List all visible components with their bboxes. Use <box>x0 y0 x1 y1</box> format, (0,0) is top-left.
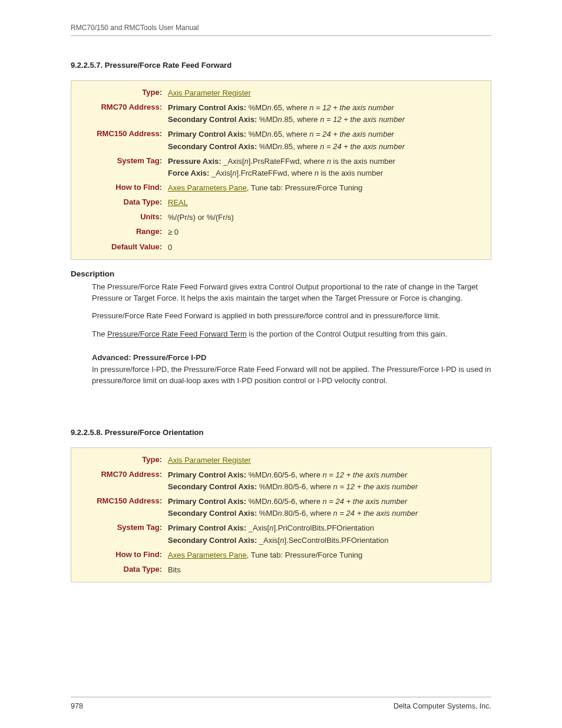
row-value: %/(Pr/s) or %/(Fr/s) <box>168 210 484 223</box>
description-heading: Description <box>71 269 491 278</box>
description-paragraph: In pressure/force I-PD, the Pressure/For… <box>92 364 491 387</box>
description-paragraph: Pressure/Force Rate Feed Forward is appl… <box>92 311 491 322</box>
description-paragraph: The Pressure/Force Rate Feed Forward Ter… <box>92 329 491 340</box>
row-label: System Tag: <box>71 154 168 166</box>
row-value: Primary Control Axis: %MDn.65, where n =… <box>168 127 484 152</box>
row-value: 0 <box>168 240 484 253</box>
parameter-table-1: Type: Axis Parameter Register RMC70 Addr… <box>71 80 491 260</box>
how-to-link[interactable]: Axes Parameters Pane <box>168 551 247 559</box>
term-link[interactable]: Pressure/Force Rate Feed Forward Term <box>107 330 247 338</box>
description-paragraph: The Pressure/Force Rate Feed Forward giv… <box>92 282 491 304</box>
type-link[interactable]: Axis Parameter Register <box>168 456 251 465</box>
row-label: How to Find: <box>71 180 168 193</box>
row-label: Default Value: <box>71 240 168 252</box>
row-label: Type: <box>71 85 168 98</box>
footer: 978 Delta Computer Systems, Inc. <box>71 697 491 710</box>
row-value: Axes Parameters Pane, Tune tab: Pressure… <box>168 548 484 561</box>
row-label: How to Find: <box>71 548 168 560</box>
section-heading-1: 9.2.2.5.7. Pressure/Force Rate Feed Forw… <box>71 61 491 70</box>
row-value: ≥ 0 <box>168 225 484 238</box>
page-number: 978 <box>71 702 83 710</box>
row-label: Range: <box>71 225 168 237</box>
row-label: RMC150 Address: <box>71 494 168 506</box>
row-value: Axes Parameters Pane, Tune tab: Pressure… <box>168 180 484 194</box>
datatype-link[interactable]: REAL <box>168 198 188 207</box>
parameter-table-2: Type: Axis Parameter Register RMC70 Addr… <box>71 447 491 582</box>
how-to-link[interactable]: Axes Parameters Pane <box>168 183 247 192</box>
advanced-heading: Advanced: Pressure/Force I-PD <box>92 353 491 362</box>
row-label: Type: <box>71 453 168 465</box>
company-name: Delta Computer Systems, Inc. <box>394 702 491 710</box>
row-label: Units: <box>71 210 168 222</box>
row-label: RMC70 Address: <box>71 467 168 480</box>
header-title: RMC70/150 and RMCTools User Manual <box>71 24 491 36</box>
description-block: The Pressure/Force Rate Feed Forward giv… <box>92 282 491 387</box>
row-label: System Tag: <box>71 521 168 533</box>
row-value: Pressure Axis: _Axis[n].PrsRateFFwd, whe… <box>168 154 484 179</box>
type-link[interactable]: Axis Parameter Register <box>168 88 251 97</box>
row-value: Bits <box>168 562 484 576</box>
row-value: Primary Control Axis: %MDn.60/5-6, where… <box>168 494 484 519</box>
row-value: Primary Control Axis: %MDn.60/5-6, where… <box>168 467 484 493</box>
row-label: RMC150 Address: <box>71 127 168 139</box>
row-label: Data Type: <box>71 562 168 575</box>
row-value: Primary Control Axis: _Axis[n].PriContro… <box>168 521 484 546</box>
row-value: Primary Control Axis: %MDn.65, where n =… <box>168 100 484 126</box>
page: RMC70/150 and RMCTools User Manual 9.2.2… <box>0 0 562 728</box>
row-label: Data Type: <box>71 195 168 207</box>
section-heading-2: 9.2.2.5.8. Pressure/Force Orientation <box>71 428 491 437</box>
row-label: RMC70 Address: <box>71 100 168 113</box>
